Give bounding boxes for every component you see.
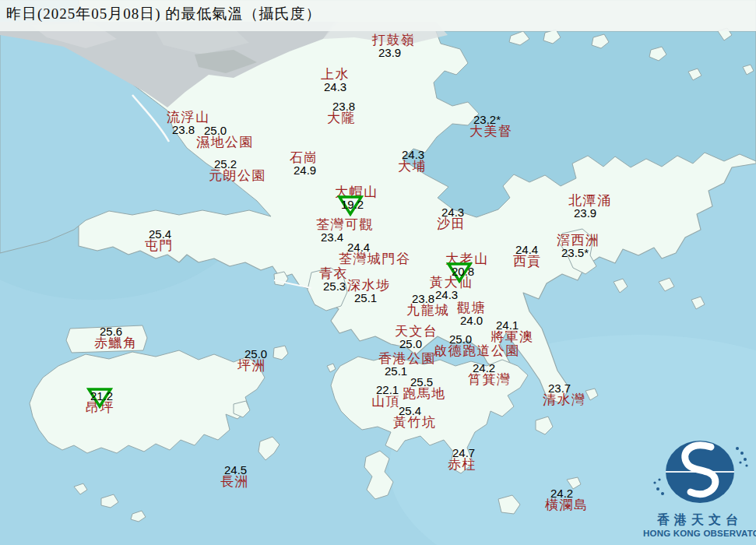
station-temperature-value: 23.9 (574, 208, 612, 219)
station-name: 深水埗 (347, 280, 391, 292)
station-name: 打鼓嶺 (372, 34, 416, 47)
station-name: 石崗 (290, 152, 318, 164)
station-35: 24.5長洲 (220, 464, 249, 488)
observatory-name-english: HONG KONG OBSERVATORY (643, 529, 756, 538)
station-temperature-value: 23.9 (378, 47, 416, 58)
station-15: 24.4西貢 (513, 244, 542, 268)
station-25: 25.0啟德跑道公園 (434, 333, 520, 357)
station-name: 清水灣 (543, 394, 586, 406)
station-temperature-value: 24.4 (515, 244, 542, 255)
station-temperature-value: 23.8 (412, 294, 450, 304)
station-28: 25.5跑馬地 (403, 376, 446, 400)
station-11: 24.3沙田 (437, 206, 466, 230)
station-22: 觀塘24.0 (457, 302, 486, 326)
station-name: 筲箕灣 (468, 374, 512, 386)
page-title: 昨日(2025年05月08日) 的最低氣溫（攝氏度） (6, 4, 321, 24)
station-8: 石崗24.9 (290, 152, 318, 176)
station-name: 屯門 (145, 240, 174, 252)
station-temperature-value: 25.0 (449, 334, 520, 345)
station-temperature-value: 24.4 (347, 242, 411, 253)
station-name: 橫瀾島 (545, 499, 589, 512)
station-name: 沙田 (437, 218, 466, 230)
station-temperature-value: 23.7 (548, 383, 586, 394)
station-name: 滘西洲 (557, 234, 600, 247)
station-name: 赤柱 (448, 459, 476, 471)
station-name: 荃灣城門谷 (339, 253, 411, 265)
station-19: 深水埗25.1 (347, 280, 391, 304)
station-3: 23.8大隴 (327, 100, 356, 125)
station-38: 24.2橫瀾島 (545, 487, 589, 512)
station-30: 25.4黃竹坑 (393, 405, 437, 429)
station-name: 九龍城 (406, 304, 450, 317)
station-37: 24.7赤柱 (448, 447, 476, 471)
station-27: 24.2筲箕灣 (468, 362, 512, 386)
station-name: 大埔 (398, 160, 427, 173)
station-31: 25.4屯門 (145, 228, 174, 252)
station-21: 23.8九龍城 (406, 293, 450, 317)
station-temperature-value: 25.5 (410, 377, 446, 388)
station-temperature-value: 24.9 (294, 165, 318, 176)
station-name: 荃灣可觀 (316, 219, 374, 231)
station-9: 24.3大埔 (398, 149, 427, 173)
station-name: 長洲 (220, 476, 249, 488)
station-temperature-value: 23.8 (332, 101, 356, 112)
station-temperature-value: 24.3 (441, 207, 466, 218)
station-temperature-value: 25.4 (399, 406, 437, 417)
station-name: 大隴 (327, 112, 356, 125)
station-name: 元朗公園 (209, 170, 266, 182)
station-name: 赤鱲角 (94, 337, 138, 350)
station-6: 25.0濕地公園 (196, 125, 254, 149)
station-temperature-value: 24.0 (460, 315, 486, 326)
station-2: 上水24.3 (321, 69, 350, 93)
station-26: 香港公園25.1 (378, 353, 436, 377)
station-temperature-value: 25.1 (354, 293, 391, 304)
station-16: 北潭涌23.9 (568, 195, 612, 219)
station-temperature-value: 24.3 (402, 149, 427, 160)
station-36: 23.7清水灣 (543, 382, 586, 406)
station-17: 滘西洲23.5* (557, 234, 600, 258)
station-1: 打鼓嶺23.9 (372, 34, 416, 58)
station-23: 天文台25.0 (395, 325, 438, 350)
hko-logo: 香港天文台 HONG KONG OBSERVATORY (643, 436, 756, 538)
station-14: 大老山20.8 (445, 253, 489, 277)
station-name: 上水 (321, 69, 350, 81)
station-32: 25.6赤鱲角 (94, 325, 138, 350)
station-name: 香港公園 (378, 353, 436, 365)
station-temperature-value: 22.1 (376, 385, 400, 396)
station-temperature-value: 24.3 (324, 82, 350, 93)
station-name: 跑馬地 (403, 388, 446, 400)
station-temperature-value: 20.8 (452, 266, 489, 277)
station-temperature-value: 25.6 (100, 326, 138, 337)
station-temperature-value: 24.2 (550, 488, 589, 499)
hko-min-temp-map: 昨日(2025年05月08日) 的最低氣溫（攝氏度） 打鼓嶺23.9上水24.3… (0, 0, 756, 545)
station-name: 青衣 (319, 268, 348, 280)
station-temperature-value: 23.2* (473, 114, 513, 125)
station-temperature-value: 25.3 (323, 281, 348, 292)
observatory-name-chinese: 香港天文台 (643, 512, 756, 529)
station-10: 大帽山19.2 (335, 186, 378, 210)
station-4: 23.2*大美督 (469, 114, 513, 138)
station-18: 青衣25.3 (319, 268, 348, 292)
station-temperature-value: 25.2 (214, 159, 266, 170)
station-temperature-value: 24.5 (224, 465, 249, 476)
observatory-logo-icon (643, 436, 756, 508)
station-temperature-value: 21.2 (90, 391, 114, 402)
station-temperature-value: 19.2 (341, 199, 378, 210)
station-7: 25.2元朗公園 (209, 158, 266, 182)
station-name: 流浮山 (167, 111, 210, 124)
station-33: 25.0坪洲 (237, 348, 267, 372)
station-name: 坪洲 (237, 360, 267, 372)
station-name: 黃竹坑 (393, 417, 437, 429)
station-name: 大美督 (469, 125, 513, 138)
station-name: 北潭涌 (568, 195, 612, 207)
station-temperature-value: 25.0 (399, 339, 438, 350)
station-temperature-value: 24.7 (452, 448, 476, 459)
station-12: 荃灣可觀23.4 (316, 219, 374, 243)
station-name: 啟德跑道公園 (434, 345, 520, 357)
station-name: 西貢 (513, 255, 542, 268)
station-temperature-value: 24.2 (473, 363, 512, 374)
station-temperature-value: 23.5* (561, 248, 600, 258)
station-name: 觀塘 (457, 302, 486, 315)
station-13: 24.4荃灣城門谷 (339, 241, 411, 265)
station-name: 濕地公園 (196, 136, 254, 149)
